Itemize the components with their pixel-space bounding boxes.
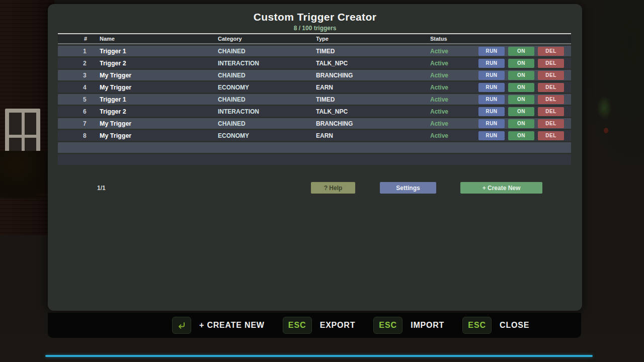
run-button[interactable]: RUN xyxy=(478,131,505,140)
cell-status: Active xyxy=(430,60,478,67)
cell-type: BRANCHING xyxy=(316,120,430,127)
cell-actions: RUNONDEL xyxy=(478,119,571,128)
on-button[interactable]: ON xyxy=(508,119,534,128)
empty-row xyxy=(58,154,571,165)
cell-number: 5 xyxy=(58,96,100,103)
column-header-category: Category xyxy=(218,36,316,42)
cell-category: CHAINED xyxy=(218,120,316,127)
esc-key-close[interactable]: ESC xyxy=(462,317,492,334)
cell-number: 1 xyxy=(58,48,100,55)
trigger-row: 5Trigger 1CHAINEDTIMEDActiveRUNONDEL xyxy=(58,94,571,105)
distant-green-foliage xyxy=(597,96,612,120)
cell-type: EARN xyxy=(316,84,430,91)
cell-category: INTERACTION xyxy=(218,108,316,115)
dialog-title: Custom Trigger Creator xyxy=(48,11,582,23)
help-button[interactable]: ? Help xyxy=(311,182,355,194)
keybind-create-new[interactable]: + CREATE NEW xyxy=(172,317,265,334)
delete-button[interactable]: DEL xyxy=(538,131,564,140)
cell-number: 8 xyxy=(58,132,100,139)
cell-name: My Trigger xyxy=(100,72,218,79)
enter-key-button[interactable] xyxy=(172,317,191,334)
bushes xyxy=(0,151,52,199)
cell-actions: RUNONDEL xyxy=(478,131,571,140)
cell-number: 7 xyxy=(58,120,100,127)
on-button[interactable]: ON xyxy=(508,131,534,140)
keybind-label-import: IMPORT xyxy=(411,321,444,330)
run-button[interactable]: RUN xyxy=(478,107,505,116)
cell-name: Trigger 2 xyxy=(100,60,218,67)
esc-key-import[interactable]: ESC xyxy=(373,317,403,334)
on-button[interactable]: ON xyxy=(508,71,534,80)
cell-name: My Trigger xyxy=(100,132,218,139)
cell-actions: RUNONDEL xyxy=(478,95,571,104)
delete-button[interactable]: DEL xyxy=(538,107,564,116)
cell-actions: RUNONDEL xyxy=(478,107,571,116)
cell-category: ECONOMY xyxy=(218,132,316,139)
custom-trigger-creator-dialog: Custom Trigger Creator 8 / 100 triggers … xyxy=(48,4,582,311)
tree-silhouette xyxy=(579,0,644,171)
distant-red-object xyxy=(604,128,608,133)
run-button[interactable]: RUN xyxy=(478,95,505,104)
table-header-row: # Name Category Type Status xyxy=(58,33,571,44)
column-header-number: # xyxy=(58,36,100,42)
trigger-row: 2Trigger 2INTERACTIONTALK_NPCActiveRUNON… xyxy=(58,58,571,68)
run-button[interactable]: RUN xyxy=(478,83,505,92)
trigger-row: 6Trigger 2INTERACTIONTALK_NPCActiveRUNON… xyxy=(58,106,571,117)
cell-number: 3 xyxy=(58,72,100,79)
on-button[interactable]: ON xyxy=(508,83,534,92)
cell-status: Active xyxy=(430,108,478,115)
cell-status: Active xyxy=(430,48,478,55)
page-indicator: 1/1 xyxy=(97,185,106,192)
on-button[interactable]: ON xyxy=(508,107,534,116)
run-button[interactable]: RUN xyxy=(478,71,505,80)
cell-category: INTERACTION xyxy=(218,60,316,67)
cell-name: Trigger 2 xyxy=(100,108,218,115)
trigger-row: 3My TriggerCHAINEDBRANCHINGActiveRUNONDE… xyxy=(58,70,571,80)
cell-number: 4 xyxy=(58,84,100,91)
table-rows: 1Trigger 1CHAINEDTIMEDActiveRUNONDEL2Tri… xyxy=(58,46,571,165)
keybind-label-export: EXPORT xyxy=(320,321,356,330)
run-button[interactable]: RUN xyxy=(478,119,505,128)
trigger-row: 1Trigger 1CHAINEDTIMEDActiveRUNONDEL xyxy=(58,46,571,56)
trigger-table: # Name Category Type Status 1Trigger 1CH… xyxy=(58,33,571,165)
delete-button[interactable]: DEL xyxy=(538,83,564,92)
run-button[interactable]: RUN xyxy=(478,47,505,56)
delete-button[interactable]: DEL xyxy=(538,47,564,56)
enter-icon xyxy=(177,320,187,330)
esc-key-export[interactable]: ESC xyxy=(283,317,312,334)
keybind-import[interactable]: ESC IMPORT xyxy=(373,317,444,334)
cell-type: TALK_NPC xyxy=(316,108,430,115)
keybind-close[interactable]: ESC CLOSE xyxy=(462,317,529,334)
run-button[interactable]: RUN xyxy=(478,59,505,68)
on-button[interactable]: ON xyxy=(508,95,534,104)
column-header-name: Name xyxy=(100,36,218,42)
settings-button[interactable]: Settings xyxy=(380,182,436,194)
cell-actions: RUNONDEL xyxy=(478,83,571,92)
cell-status: Active xyxy=(430,132,478,139)
delete-button[interactable]: DEL xyxy=(538,59,564,68)
delete-button[interactable]: DEL xyxy=(538,119,564,128)
create-new-button[interactable]: + Create New xyxy=(460,182,542,194)
console-accent-line xyxy=(45,355,593,357)
keybind-export[interactable]: ESC EXPORT xyxy=(283,317,356,334)
on-button[interactable]: ON xyxy=(508,47,534,56)
cell-number: 6 xyxy=(58,108,100,115)
cell-type: EARN xyxy=(316,132,430,139)
keybind-bar: + CREATE NEW ESC EXPORT ESC IMPORT ESC C… xyxy=(48,313,581,338)
delete-button[interactable]: DEL xyxy=(538,71,564,80)
cell-status: Active xyxy=(430,120,478,127)
cell-category: CHAINED xyxy=(218,48,316,55)
on-button[interactable]: ON xyxy=(508,59,534,68)
delete-button[interactable]: DEL xyxy=(538,95,564,104)
cell-category: ECONOMY xyxy=(218,84,316,91)
cell-name: My Trigger xyxy=(100,84,218,91)
cell-actions: RUNONDEL xyxy=(478,59,571,68)
cell-category: CHAINED xyxy=(218,96,316,103)
cell-type: TALK_NPC xyxy=(316,60,430,67)
trigger-row: 8My TriggerECONOMYEARNActiveRUNONDEL xyxy=(58,130,571,141)
keybind-label-close: CLOSE xyxy=(500,321,529,330)
cell-status: Active xyxy=(430,72,478,79)
trigger-count: 8 / 100 triggers xyxy=(48,25,582,32)
empty-row xyxy=(58,142,571,153)
cell-actions: RUNONDEL xyxy=(478,47,571,56)
